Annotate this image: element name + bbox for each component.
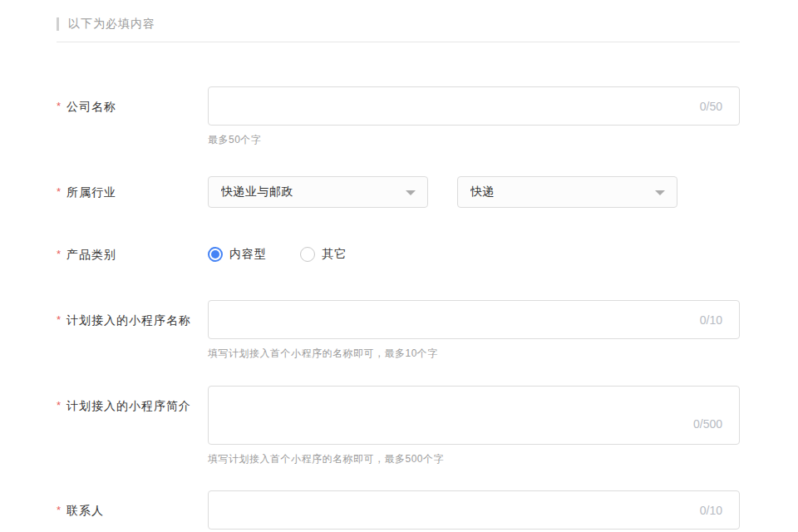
- required-asterisk: *: [57, 399, 62, 411]
- industry-label: 所属行业: [66, 185, 116, 199]
- section-header: 以下为必填内容: [57, 17, 740, 32]
- miniprogram-name-input-box: 0/10: [208, 300, 740, 339]
- field-label: *产品类别: [57, 246, 208, 263]
- product-category-label: 产品类别: [66, 248, 116, 261]
- field-row-industry: *所属行业 快递业与邮政 快递: [57, 176, 740, 208]
- field-label: *联系人: [57, 490, 208, 519]
- radio-selected-icon[interactable]: [208, 247, 223, 262]
- radio-option-content-type[interactable]: 内容型: [208, 247, 267, 262]
- radio-unselected-icon[interactable]: [300, 247, 315, 262]
- field-row-miniprogram-intro: *计划接入的小程序简介 0/500 填写计划接入首个小程序的名称即可，最多500…: [57, 386, 740, 466]
- field-label: *计划接入的小程序简介: [57, 386, 208, 414]
- field-row-product-category: *产品类别 内容型 其它: [57, 246, 740, 263]
- industry-secondary-select[interactable]: 快递: [457, 176, 677, 208]
- radio-option-other[interactable]: 其它: [300, 247, 347, 262]
- company-name-hint: 最多50个字: [208, 133, 740, 147]
- chevron-down-icon: [655, 190, 665, 195]
- contact-person-label: 联系人: [66, 504, 104, 517]
- required-asterisk: *: [57, 100, 62, 112]
- miniprogram-name-label: 计划接入的小程序名称: [66, 313, 191, 327]
- product-category-radio-group: 内容型 其它: [208, 247, 740, 262]
- miniprogram-intro-hint: 填写计划接入首个小程序的名称即可，最多500个字: [208, 452, 740, 466]
- company-name-input-box: 0/50: [208, 86, 740, 126]
- section-title: 以下为必填内容: [68, 17, 155, 32]
- miniprogram-intro-label: 计划接入的小程序简介: [66, 399, 191, 412]
- industry-secondary-value: 快递: [470, 185, 495, 200]
- company-name-input[interactable]: [209, 87, 739, 125]
- field-row-contact-person: *联系人 0/10: [57, 490, 740, 530]
- miniprogram-intro-textarea-box: 0/500: [208, 386, 740, 445]
- header-divider: [57, 42, 740, 42]
- miniprogram-name-input[interactable]: [209, 301, 739, 338]
- industry-primary-value: 快递业与邮政: [221, 185, 293, 200]
- radio-option-label: 内容型: [229, 247, 267, 262]
- required-info-form: 以下为必填内容 *公司名称 0/50 最多50个字 *所属行业 快递业与邮政: [0, 17, 798, 530]
- field-row-miniprogram-name: *计划接入的小程序名称 0/10 填写计划接入首个小程序的名称即可，最多10个字: [57, 300, 740, 361]
- field-label: *计划接入的小程序名称: [57, 300, 208, 328]
- radio-option-label: 其它: [322, 247, 347, 262]
- contact-person-input[interactable]: [209, 491, 739, 529]
- miniprogram-name-hint: 填写计划接入首个小程序的名称即可，最多10个字: [208, 347, 740, 361]
- required-asterisk: *: [57, 185, 62, 198]
- section-accent-bar: [57, 17, 59, 31]
- field-label: *公司名称: [57, 86, 208, 115]
- company-name-label: 公司名称: [66, 100, 116, 113]
- chevron-down-icon: [406, 190, 416, 195]
- field-label: *所属行业: [57, 176, 208, 200]
- contact-person-input-box: 0/10: [208, 490, 740, 530]
- field-row-company-name: *公司名称 0/50 最多50个字: [57, 86, 740, 147]
- industry-select-group: 快递业与邮政 快递: [208, 176, 740, 208]
- required-asterisk: *: [57, 313, 62, 326]
- miniprogram-intro-textarea[interactable]: [209, 387, 739, 444]
- industry-primary-select[interactable]: 快递业与邮政: [208, 176, 428, 208]
- required-asterisk: *: [57, 504, 62, 516]
- required-asterisk: *: [57, 248, 62, 260]
